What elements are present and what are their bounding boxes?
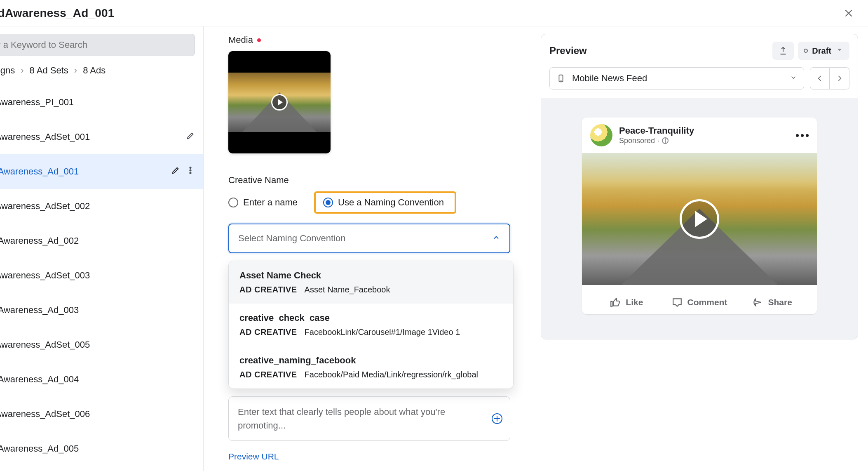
chevron-right-icon: ›	[74, 65, 77, 76]
window-title: BrandAwareness_Ad_001	[0, 7, 115, 20]
post-more-button[interactable]	[796, 134, 809, 137]
menu-item[interactable]: creative_naming_facebook AD CREATIVEFace…	[229, 346, 513, 389]
breadcrumb-ads[interactable]: 8 Ads	[83, 65, 106, 76]
tree-item-label: BrandAwareness_Ad_004	[0, 374, 79, 385]
tree-item-ad[interactable]: BrandAwareness_Ad_005	[0, 431, 203, 466]
naming-convention-select[interactable]: Select Naming Convention	[228, 224, 510, 253]
tree-item-adset[interactable]: BrandAwareness_AdSet_001	[0, 120, 203, 154]
like-label: Like	[626, 297, 643, 307]
preview-header: Preview Draft	[541, 34, 858, 67]
preview-panel: Preview Draft Mobile News Feed	[541, 26, 868, 471]
tree-item-label: BrandAwareness_Ad_002	[0, 236, 79, 246]
tree-item-adset[interactable]: BrandAwareness_AdSet_002	[0, 189, 203, 224]
form-area: Media Creative Name Enter a name Use a N…	[204, 26, 541, 471]
media-label-text: Media	[228, 35, 253, 45]
post-sponsored: Sponsored ·	[619, 137, 694, 145]
prev-button[interactable]	[810, 67, 830, 89]
menu-item[interactable]: Asset Name Check AD CREATIVEAsset Name_F…	[229, 261, 513, 304]
preview-title: Preview	[549, 45, 587, 57]
chevron-right-icon: ›	[21, 65, 23, 76]
preview-nav	[810, 67, 849, 89]
svg-point-2	[190, 172, 191, 174]
menu-item-tag: AD CREATIVE	[239, 370, 297, 379]
description-input[interactable]: Enter text that clearly tells people abo…	[228, 396, 510, 441]
menu-item-value: FacebookLink/Carousel#1/Image 1Video 1	[305, 327, 460, 337]
highlight-naming-convention: Use a Naming Convention	[314, 191, 456, 214]
share-preview-button[interactable]	[772, 42, 794, 60]
menu-item-title: creative_naming_facebook	[239, 355, 502, 366]
tree: BrandAwareness_PI_001 BrandAwareness_AdS…	[0, 85, 203, 466]
preview-canvas: Peace-Tranquility Sponsored ·	[541, 98, 858, 339]
menu-item[interactable]: creative_check_case AD CREATIVEFacebookL…	[229, 304, 513, 346]
close-icon	[843, 8, 854, 19]
pencil-icon[interactable]	[186, 131, 195, 143]
play-icon	[680, 199, 719, 239]
radio-use-naming-convention[interactable]: Use a Naming Convention	[323, 197, 444, 208]
preview-card: Preview Draft Mobile News Feed	[541, 34, 858, 339]
tree-item-label: BrandAwareness_AdSet_003	[0, 270, 90, 281]
menu-item-subtitle: AD CREATIVEFacebook/Paid Media/Link/regr…	[239, 370, 502, 379]
share-button[interactable]: Share	[736, 297, 809, 308]
placement-select[interactable]: Mobile News Feed	[549, 67, 804, 89]
sponsored-text: Sponsored	[619, 137, 655, 145]
chevron-up-icon	[492, 233, 500, 244]
more-icon[interactable]	[186, 166, 195, 177]
comment-label: Comment	[687, 297, 727, 307]
tree-item-ad[interactable]: BrandAwareness_Ad_002	[0, 224, 203, 258]
tree-item-label: BrandAwareness_Ad_003	[0, 305, 79, 316]
plus-circle-icon[interactable]	[492, 413, 502, 424]
creative-name-section: Creative Name Enter a name Use a Naming …	[228, 175, 516, 462]
media-label: Media	[228, 35, 516, 45]
radio-enter-name[interactable]: Enter a name	[228, 197, 298, 208]
menu-item-subtitle: AD CREATIVEFacebookLink/Carousel#1/Image…	[239, 327, 502, 337]
preview-url-link[interactable]: Preview URL	[228, 452, 516, 462]
share-label: Share	[768, 297, 792, 307]
pencil-icon[interactable]	[171, 166, 180, 177]
tree-item-adset[interactable]: BrandAwareness_AdSet_006	[0, 397, 203, 431]
creative-name-radio-group: Enter a name Use a Naming Convention	[228, 191, 516, 214]
tree-item-campaign[interactable]: BrandAwareness_PI_001	[0, 85, 203, 120]
media-thumbnail[interactable]	[228, 51, 331, 153]
post-media[interactable]	[582, 153, 817, 285]
breadcrumb-adsets[interactable]: 8 Ad Sets	[30, 65, 68, 76]
menu-item-value: Facebook/Paid Media/Link/regression/rk_g…	[305, 370, 478, 379]
naming-convention-menu: Asset Name Check AD CREATIVEAsset Name_F…	[228, 261, 514, 389]
post-header: Peace-Tranquility Sponsored ·	[582, 118, 817, 153]
tree-item-ad[interactable]: BrandAwareness_Ad_004	[0, 362, 203, 397]
status-dot-icon	[804, 49, 808, 53]
svg-point-1	[190, 170, 191, 171]
tree-item-label: BrandAwareness_AdSet_005	[0, 339, 90, 350]
comment-button[interactable]: Comment	[663, 297, 736, 308]
tree-item-adset[interactable]: BrandAwareness_AdSet_005	[0, 327, 203, 362]
mobile-icon	[556, 74, 565, 83]
search-input[interactable]	[0, 34, 195, 56]
tree-item-adset[interactable]: BrandAwareness_AdSet_003	[0, 258, 203, 293]
columns: Campaigns › 8 Ad Sets › 8 Ads BrandAware…	[0, 26, 868, 471]
menu-item-subtitle: AD CREATIVEAsset Name_Facebook	[239, 285, 502, 294]
avatar	[590, 124, 612, 146]
svg-point-0	[190, 167, 191, 168]
breadcrumb: Campaigns › 8 Ad Sets › 8 Ads	[0, 65, 203, 76]
required-dot-icon	[257, 38, 261, 42]
post-actions: Like Comment Share	[590, 291, 809, 314]
tree-item-label: BrandAwareness_AdSet_001	[0, 132, 90, 142]
radio-label: Use a Naming Convention	[338, 197, 444, 208]
menu-item-tag: AD CREATIVE	[239, 327, 297, 337]
tree-item-label: BrandAwareness_Ad_001	[0, 166, 79, 177]
tree-item-ad[interactable]: BrandAwareness_Ad_003	[0, 293, 203, 327]
tree-item-label: BrandAwareness_AdSet_006	[0, 409, 90, 419]
breadcrumb-campaigns[interactable]: Campaigns	[0, 65, 15, 76]
upload-icon	[779, 46, 788, 55]
post-preview: Peace-Tranquility Sponsored ·	[582, 118, 817, 314]
radio-icon	[323, 198, 333, 207]
tree-item-ad-selected[interactable]: BrandAwareness_Ad_001	[0, 154, 203, 189]
close-button[interactable]	[842, 6, 856, 20]
next-button[interactable]	[830, 67, 849, 89]
description-placeholder: Enter text that clearly tells people abo…	[238, 405, 487, 432]
status-dropdown[interactable]: Draft	[798, 42, 849, 60]
like-button[interactable]: Like	[590, 297, 663, 308]
post-page-name: Peace-Tranquility	[619, 125, 694, 136]
status-label: Draft	[812, 46, 831, 56]
tree-item-label: BrandAwareness_AdSet_002	[0, 201, 90, 212]
tree-item-label: BrandAwareness_Ad_005	[0, 443, 79, 454]
